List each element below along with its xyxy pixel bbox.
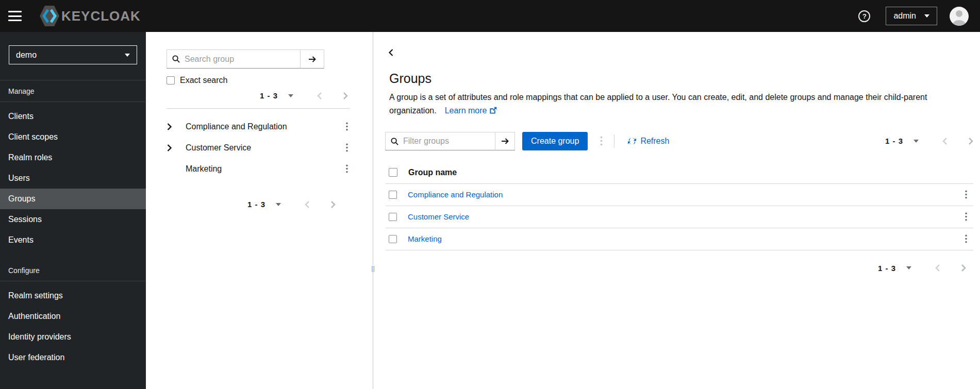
chevron-right-icon xyxy=(968,137,973,145)
table-row: Compliance and Regulation xyxy=(386,184,973,206)
row-kebab-menu-icon[interactable] xyxy=(963,232,969,245)
user-menu-dropdown[interactable]: admin xyxy=(886,7,937,25)
caret-down-icon xyxy=(906,266,911,269)
sidebar-item-client-scopes[interactable]: Client scopes xyxy=(0,127,146,147)
sidebar-item-identity-providers[interactable]: Identity providers xyxy=(0,327,146,347)
sidebar-nav: demo Manage Clients Client scopes Realm … xyxy=(0,32,146,389)
exact-search-checkbox[interactable] xyxy=(167,76,175,84)
collapse-panel-chevron-left-icon[interactable] xyxy=(387,47,395,58)
pagination-next-button[interactable] xyxy=(968,137,973,145)
search-group-input[interactable] xyxy=(167,49,301,69)
kebab-menu-icon[interactable] xyxy=(344,141,350,154)
filter-groups-input[interactable] xyxy=(385,132,495,150)
chevron-left-icon xyxy=(305,200,310,209)
tree-item-customer-service[interactable]: Customer Service xyxy=(167,137,350,158)
keycloak-hexagon-icon xyxy=(39,5,60,27)
sidebar-item-realm-settings[interactable]: Realm settings xyxy=(0,285,146,306)
chevron-down-icon xyxy=(924,14,929,18)
chevron-down-icon xyxy=(125,54,130,57)
arrow-right-icon xyxy=(501,137,509,145)
realm-name: demo xyxy=(16,50,37,60)
group-tree-panel: || Exact sear xyxy=(146,32,373,389)
sidebar-item-sessions[interactable]: Sessions xyxy=(0,209,146,230)
toolbar-kebab-menu-icon[interactable] xyxy=(598,134,605,148)
pagination-options-toggle[interactable] xyxy=(906,266,911,269)
row-checkbox[interactable] xyxy=(389,235,397,243)
pagination-prev-button[interactable] xyxy=(935,264,940,272)
row-kebab-menu-icon[interactable] xyxy=(963,188,969,201)
refresh-button[interactable]: Refresh xyxy=(628,137,669,146)
pagination-range: 1 - 3 xyxy=(260,91,278,100)
caret-down-icon xyxy=(913,140,919,143)
chevron-left-icon xyxy=(935,264,940,272)
group-link-customer-service[interactable]: Customer Service xyxy=(408,212,963,221)
table-pagination-bottom: 1 - 3 xyxy=(878,264,966,273)
sidebar-item-clients[interactable]: Clients xyxy=(0,106,146,127)
exact-search-label: Exact search xyxy=(180,76,227,85)
keycloak-logo: KEYCLOAK xyxy=(39,5,141,27)
groups-toolbar: Create group Refresh 1 - 3 xyxy=(385,132,973,150)
arrow-right-icon xyxy=(308,55,317,63)
select-all-checkbox[interactable] xyxy=(389,168,397,177)
sidebar-item-user-federation[interactable]: User federation xyxy=(0,347,146,368)
tree-item-compliance-and-regulation[interactable]: Compliance and Regulation xyxy=(167,116,350,137)
pagination-next-button[interactable] xyxy=(330,200,336,209)
expand-toggle-chevron-right-icon[interactable] xyxy=(167,144,179,152)
tree-pagination-bottom: 1 - 3 xyxy=(247,200,336,209)
sidebar-item-authentication[interactable]: Authentication xyxy=(0,306,146,327)
table-pagination-top: 1 - 3 xyxy=(885,137,973,145)
tree-item-label: Marketing xyxy=(186,164,344,174)
pagination-next-button[interactable] xyxy=(343,92,348,100)
refresh-label: Refresh xyxy=(640,137,669,146)
expand-toggle-chevron-right-icon[interactable] xyxy=(167,123,179,131)
pagination-prev-button[interactable] xyxy=(942,137,948,145)
pagination-options-toggle[interactable] xyxy=(913,140,919,143)
kebab-menu-icon[interactable] xyxy=(344,162,350,175)
sidebar-item-events[interactable]: Events xyxy=(0,230,146,250)
person-icon xyxy=(950,7,969,26)
avatar[interactable] xyxy=(950,7,969,26)
row-kebab-menu-icon[interactable] xyxy=(963,210,969,223)
page-title: Groups xyxy=(389,71,960,86)
pagination-prev-button[interactable] xyxy=(317,92,322,100)
filter-groups-submit-button[interactable] xyxy=(495,132,515,150)
external-link-icon xyxy=(489,107,497,114)
chevron-right-icon xyxy=(330,200,336,209)
learn-more-link[interactable]: Learn more xyxy=(445,106,497,115)
tree-pagination-top: 1 - 3 xyxy=(260,91,348,100)
column-header-group-name: Group name xyxy=(408,168,457,177)
sidebar-item-realm-roles[interactable]: Realm roles xyxy=(0,147,146,168)
tree-item-marketing[interactable]: Marketing xyxy=(167,158,350,179)
search-icon xyxy=(391,138,398,145)
username: admin xyxy=(893,11,916,21)
group-link-compliance-and-regulation[interactable]: Compliance and Regulation xyxy=(408,190,963,199)
tree-item-label: Compliance and Regulation xyxy=(186,122,344,131)
pagination-options-toggle[interactable] xyxy=(288,94,293,97)
caret-down-icon xyxy=(288,94,293,97)
create-group-button[interactable]: Create group xyxy=(522,132,588,150)
groups-table: Group name Compliance and Regulation Cus… xyxy=(386,162,973,250)
row-checkbox[interactable] xyxy=(389,191,397,199)
masthead: KEYCLOAK ? admin xyxy=(0,0,980,32)
pagination-prev-button[interactable] xyxy=(305,200,310,209)
nav-toggle-hamburger-icon[interactable] xyxy=(8,11,22,21)
nav-section-manage-heading: Manage xyxy=(0,80,146,102)
pagination-next-button[interactable] xyxy=(961,264,966,272)
chevron-left-icon xyxy=(317,92,322,100)
table-row: Marketing xyxy=(386,228,973,250)
divider xyxy=(614,134,614,148)
sidebar-item-users[interactable]: Users xyxy=(0,168,146,189)
groups-main-panel: Groups A group is a set of attributes an… xyxy=(373,32,980,389)
help-icon[interactable]: ? xyxy=(858,10,870,22)
pagination-options-toggle[interactable] xyxy=(276,203,281,206)
sidebar-item-groups[interactable]: Groups xyxy=(0,189,146,209)
kebab-menu-icon[interactable] xyxy=(344,120,350,133)
pagination-range: 1 - 3 xyxy=(247,200,265,209)
panel-resize-handle[interactable]: || xyxy=(371,265,375,272)
refresh-icon xyxy=(628,137,636,145)
row-checkbox[interactable] xyxy=(389,213,397,221)
search-group-submit-button[interactable] xyxy=(301,49,324,69)
realm-selector[interactable]: demo xyxy=(9,45,137,64)
pagination-range: 1 - 3 xyxy=(878,264,896,273)
group-link-marketing[interactable]: Marketing xyxy=(408,234,963,243)
